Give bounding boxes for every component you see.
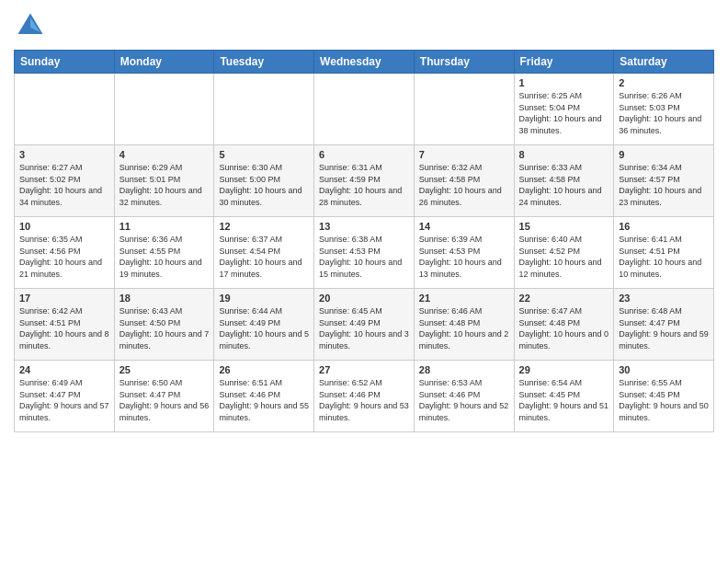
day-number: 29 — [519, 364, 609, 375]
day-number: 15 — [519, 221, 609, 232]
day-info: Sunrise: 6:55 AM Sunset: 4:45 PM Dayligh… — [619, 377, 709, 423]
weekday-header-tuesday: Tuesday — [214, 51, 314, 74]
day-cell: 7Sunrise: 6:32 AM Sunset: 4:58 PM Daylig… — [414, 145, 514, 217]
day-info: Sunrise: 6:47 AM Sunset: 4:48 PM Dayligh… — [519, 305, 609, 351]
day-cell: 11Sunrise: 6:36 AM Sunset: 4:55 PM Dayli… — [114, 217, 214, 289]
day-cell — [314, 74, 415, 145]
day-number: 24 — [19, 364, 109, 375]
day-info: Sunrise: 6:50 AM Sunset: 4:47 PM Dayligh… — [119, 377, 210, 423]
page: SundayMondayTuesdayWednesdayThursdayFrid… — [0, 0, 728, 442]
day-cell: 14Sunrise: 6:39 AM Sunset: 4:53 PM Dayli… — [414, 217, 514, 289]
day-cell: 26Sunrise: 6:51 AM Sunset: 4:46 PM Dayli… — [214, 361, 314, 432]
day-cell: 24Sunrise: 6:49 AM Sunset: 4:47 PM Dayli… — [15, 361, 115, 432]
day-number: 9 — [619, 149, 709, 160]
day-cell — [414, 74, 514, 145]
weekday-header-friday: Friday — [514, 51, 614, 74]
day-cell: 29Sunrise: 6:54 AM Sunset: 4:45 PM Dayli… — [514, 361, 614, 432]
day-cell: 4Sunrise: 6:29 AM Sunset: 5:01 PM Daylig… — [114, 145, 214, 217]
day-cell: 22Sunrise: 6:47 AM Sunset: 4:48 PM Dayli… — [514, 289, 614, 361]
weekday-header-monday: Monday — [114, 51, 214, 74]
day-cell: 16Sunrise: 6:41 AM Sunset: 4:51 PM Dayli… — [614, 217, 714, 289]
day-cell — [114, 74, 214, 145]
day-cell: 17Sunrise: 6:42 AM Sunset: 4:51 PM Dayli… — [15, 289, 115, 361]
day-info: Sunrise: 6:29 AM Sunset: 5:01 PM Dayligh… — [119, 162, 210, 208]
day-cell: 13Sunrise: 6:38 AM Sunset: 4:53 PM Dayli… — [314, 217, 415, 289]
day-number: 4 — [119, 149, 210, 160]
day-cell: 21Sunrise: 6:46 AM Sunset: 4:48 PM Dayli… — [414, 289, 514, 361]
day-info: Sunrise: 6:27 AM Sunset: 5:02 PM Dayligh… — [19, 162, 109, 208]
day-number: 10 — [19, 221, 109, 232]
day-number: 27 — [319, 364, 409, 375]
day-cell: 27Sunrise: 6:52 AM Sunset: 4:46 PM Dayli… — [314, 361, 415, 432]
day-info: Sunrise: 6:38 AM Sunset: 4:53 PM Dayligh… — [319, 234, 409, 280]
week-row-5: 24Sunrise: 6:49 AM Sunset: 4:47 PM Dayli… — [15, 361, 714, 432]
day-number: 19 — [219, 293, 309, 304]
day-number: 5 — [219, 149, 309, 160]
day-number: 14 — [419, 221, 509, 232]
day-cell: 20Sunrise: 6:45 AM Sunset: 4:49 PM Dayli… — [314, 289, 415, 361]
day-number: 16 — [619, 221, 709, 232]
day-cell: 3Sunrise: 6:27 AM Sunset: 5:02 PM Daylig… — [15, 145, 115, 217]
day-number: 22 — [519, 293, 609, 304]
week-row-4: 17Sunrise: 6:42 AM Sunset: 4:51 PM Dayli… — [15, 289, 714, 361]
week-row-1: 1Sunrise: 6:25 AM Sunset: 5:04 PM Daylig… — [15, 74, 714, 145]
weekday-header-saturday: Saturday — [614, 51, 714, 74]
day-info: Sunrise: 6:43 AM Sunset: 4:50 PM Dayligh… — [119, 305, 210, 351]
day-cell: 19Sunrise: 6:44 AM Sunset: 4:49 PM Dayli… — [214, 289, 314, 361]
day-info: Sunrise: 6:53 AM Sunset: 4:46 PM Dayligh… — [419, 377, 509, 423]
day-cell: 23Sunrise: 6:48 AM Sunset: 4:47 PM Dayli… — [614, 289, 714, 361]
day-number: 30 — [619, 364, 709, 375]
day-info: Sunrise: 6:44 AM Sunset: 4:49 PM Dayligh… — [219, 305, 309, 351]
day-cell: 6Sunrise: 6:31 AM Sunset: 4:59 PM Daylig… — [314, 145, 415, 217]
day-cell: 25Sunrise: 6:50 AM Sunset: 4:47 PM Dayli… — [114, 361, 214, 432]
day-cell: 28Sunrise: 6:53 AM Sunset: 4:46 PM Dayli… — [414, 361, 514, 432]
day-info: Sunrise: 6:52 AM Sunset: 4:46 PM Dayligh… — [319, 377, 409, 423]
weekday-header-row: SundayMondayTuesdayWednesdayThursdayFrid… — [15, 51, 714, 74]
day-number: 26 — [219, 364, 309, 375]
day-number: 12 — [219, 221, 309, 232]
day-info: Sunrise: 6:54 AM Sunset: 4:45 PM Dayligh… — [519, 377, 609, 423]
day-cell: 15Sunrise: 6:40 AM Sunset: 4:52 PM Dayli… — [514, 217, 614, 289]
day-cell: 5Sunrise: 6:30 AM Sunset: 5:00 PM Daylig… — [214, 145, 314, 217]
day-cell: 10Sunrise: 6:35 AM Sunset: 4:56 PM Dayli… — [15, 217, 115, 289]
day-number: 13 — [319, 221, 409, 232]
day-cell: 2Sunrise: 6:26 AM Sunset: 5:03 PM Daylig… — [614, 74, 714, 145]
logo — [14, 9, 51, 42]
day-number: 8 — [519, 149, 609, 160]
day-info: Sunrise: 6:46 AM Sunset: 4:48 PM Dayligh… — [419, 305, 509, 351]
day-info: Sunrise: 6:37 AM Sunset: 4:54 PM Dayligh… — [219, 234, 309, 280]
day-info: Sunrise: 6:40 AM Sunset: 4:52 PM Dayligh… — [519, 234, 609, 280]
day-cell: 9Sunrise: 6:34 AM Sunset: 4:57 PM Daylig… — [614, 145, 714, 217]
day-number: 2 — [619, 77, 709, 88]
day-number: 28 — [419, 364, 509, 375]
day-info: Sunrise: 6:36 AM Sunset: 4:55 PM Dayligh… — [119, 234, 210, 280]
day-cell: 1Sunrise: 6:25 AM Sunset: 5:04 PM Daylig… — [514, 74, 614, 145]
day-number: 21 — [419, 293, 509, 304]
day-info: Sunrise: 6:41 AM Sunset: 4:51 PM Dayligh… — [619, 234, 709, 280]
day-info: Sunrise: 6:51 AM Sunset: 4:46 PM Dayligh… — [219, 377, 309, 423]
day-cell — [15, 74, 115, 145]
day-info: Sunrise: 6:32 AM Sunset: 4:58 PM Dayligh… — [419, 162, 509, 208]
day-info: Sunrise: 6:34 AM Sunset: 4:57 PM Dayligh… — [619, 162, 709, 208]
day-cell — [214, 74, 314, 145]
day-info: Sunrise: 6:26 AM Sunset: 5:03 PM Dayligh… — [619, 90, 709, 136]
calendar-table: SundayMondayTuesdayWednesdayThursdayFrid… — [14, 50, 714, 432]
header — [14, 9, 714, 42]
day-number: 23 — [619, 293, 709, 304]
day-number: 7 — [419, 149, 509, 160]
weekday-header-sunday: Sunday — [15, 51, 115, 74]
day-cell: 18Sunrise: 6:43 AM Sunset: 4:50 PM Dayli… — [114, 289, 214, 361]
day-info: Sunrise: 6:48 AM Sunset: 4:47 PM Dayligh… — [619, 305, 709, 351]
day-number: 17 — [19, 293, 109, 304]
day-info: Sunrise: 6:31 AM Sunset: 4:59 PM Dayligh… — [319, 162, 409, 208]
logo-icon — [14, 9, 47, 42]
day-info: Sunrise: 6:49 AM Sunset: 4:47 PM Dayligh… — [19, 377, 109, 423]
day-cell: 12Sunrise: 6:37 AM Sunset: 4:54 PM Dayli… — [214, 217, 314, 289]
day-cell: 8Sunrise: 6:33 AM Sunset: 4:58 PM Daylig… — [514, 145, 614, 217]
weekday-header-wednesday: Wednesday — [314, 51, 415, 74]
week-row-3: 10Sunrise: 6:35 AM Sunset: 4:56 PM Dayli… — [15, 217, 714, 289]
day-number: 18 — [119, 293, 210, 304]
day-number: 6 — [319, 149, 409, 160]
day-info: Sunrise: 6:39 AM Sunset: 4:53 PM Dayligh… — [419, 234, 509, 280]
day-number: 25 — [119, 364, 210, 375]
